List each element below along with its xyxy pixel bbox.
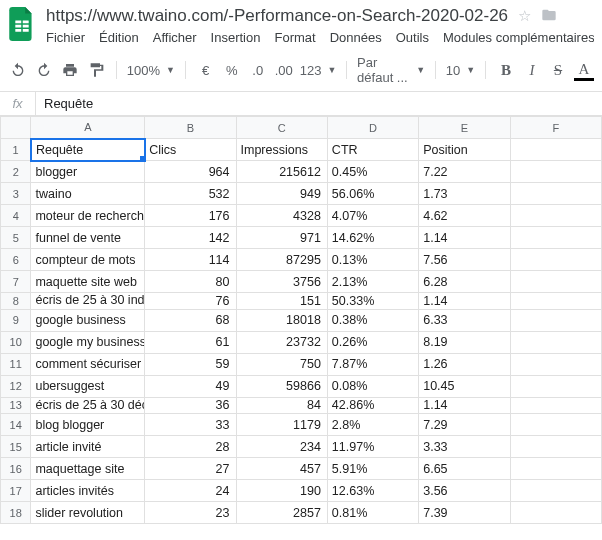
- cell[interactable]: 27: [145, 458, 236, 480]
- cell[interactable]: 6.28: [419, 271, 510, 293]
- cell[interactable]: 0.26%: [327, 331, 418, 353]
- doc-title[interactable]: https://www.twaino.com/-Performance-on-S…: [46, 6, 508, 26]
- cell[interactable]: 18018: [236, 309, 327, 331]
- format-percent[interactable]: %: [222, 59, 242, 81]
- cell[interactable]: 24: [145, 480, 236, 502]
- cell[interactable]: [510, 249, 601, 271]
- cell[interactable]: 151: [236, 293, 327, 310]
- cell[interactable]: 56.06%: [327, 183, 418, 205]
- formula-value[interactable]: Requête: [36, 96, 93, 111]
- cell[interactable]: 87295: [236, 249, 327, 271]
- cell[interactable]: 23732: [236, 331, 327, 353]
- row-header[interactable]: 16: [1, 458, 31, 480]
- cell[interactable]: [510, 458, 601, 480]
- cell[interactable]: Requête: [31, 139, 145, 161]
- cell[interactable]: slider revolution: [31, 502, 145, 524]
- cell[interactable]: maquettage site: [31, 458, 145, 480]
- cell[interactable]: maquette site web: [31, 271, 145, 293]
- cell[interactable]: 11.97%: [327, 436, 418, 458]
- cell[interactable]: 4328: [236, 205, 327, 227]
- cell[interactable]: 142: [145, 227, 236, 249]
- cell[interactable]: moteur de recherche: [31, 205, 145, 227]
- cell[interactable]: 532: [145, 183, 236, 205]
- menu-file[interactable]: Fichier: [46, 30, 85, 45]
- cell[interactable]: [510, 397, 601, 414]
- cell[interactable]: 50.33%: [327, 293, 418, 310]
- cell[interactable]: 76: [145, 293, 236, 310]
- row-header[interactable]: 1: [1, 139, 31, 161]
- cell[interactable]: 5.91%: [327, 458, 418, 480]
- cell[interactable]: 2857: [236, 502, 327, 524]
- cell[interactable]: 59866: [236, 375, 327, 397]
- cell[interactable]: 949: [236, 183, 327, 205]
- row-header[interactable]: 7: [1, 271, 31, 293]
- cell[interactable]: 2.8%: [327, 414, 418, 436]
- cell[interactable]: 1.14: [419, 227, 510, 249]
- cell[interactable]: 0.45%: [327, 161, 418, 183]
- cell[interactable]: 0.81%: [327, 502, 418, 524]
- increase-decimal[interactable]: .00: [274, 59, 294, 81]
- cell[interactable]: 68: [145, 309, 236, 331]
- cell[interactable]: 750: [236, 353, 327, 375]
- cell[interactable]: 84: [236, 397, 327, 414]
- cell[interactable]: 6.65: [419, 458, 510, 480]
- cell[interactable]: 1.26: [419, 353, 510, 375]
- menu-view[interactable]: Afficher: [153, 30, 197, 45]
- cell[interactable]: [510, 139, 601, 161]
- col-header-b[interactable]: B: [145, 117, 236, 139]
- cell[interactable]: [510, 480, 601, 502]
- cell[interactable]: 6.33: [419, 309, 510, 331]
- cell[interactable]: google business: [31, 309, 145, 331]
- cell[interactable]: 42.86%: [327, 397, 418, 414]
- italic-button[interactable]: I: [522, 59, 542, 81]
- cell[interactable]: 7.29: [419, 414, 510, 436]
- cell[interactable]: 4.62: [419, 205, 510, 227]
- cell[interactable]: 23: [145, 502, 236, 524]
- cell[interactable]: 8.19: [419, 331, 510, 353]
- fx-icon[interactable]: fx: [0, 92, 36, 115]
- cell[interactable]: 7.39: [419, 502, 510, 524]
- font-dropdown[interactable]: Par défaut ...▼: [357, 55, 425, 85]
- cell[interactable]: [510, 414, 601, 436]
- cell[interactable]: [510, 227, 601, 249]
- cell[interactable]: 215612: [236, 161, 327, 183]
- bold-button[interactable]: B: [496, 59, 516, 81]
- cell[interactable]: 1.14: [419, 293, 510, 310]
- star-icon[interactable]: ☆: [518, 7, 531, 25]
- cell[interactable]: google my business: [31, 331, 145, 353]
- cell[interactable]: 1.73: [419, 183, 510, 205]
- row-header[interactable]: 8: [1, 293, 31, 310]
- cell[interactable]: 4.07%: [327, 205, 418, 227]
- cell[interactable]: 49: [145, 375, 236, 397]
- cell[interactable]: Position: [419, 139, 510, 161]
- cell[interactable]: [510, 436, 601, 458]
- cell[interactable]: écris de 25 à 30 indique à un tour (dire…: [31, 293, 145, 310]
- zoom-dropdown[interactable]: 100%▼: [127, 63, 175, 78]
- row-header[interactable]: 4: [1, 205, 31, 227]
- cell[interactable]: [510, 293, 601, 310]
- row-header[interactable]: 2: [1, 161, 31, 183]
- cell[interactable]: 971: [236, 227, 327, 249]
- col-header-f[interactable]: F: [510, 117, 601, 139]
- row-header[interactable]: 17: [1, 480, 31, 502]
- col-header-a[interactable]: A: [31, 117, 145, 139]
- strike-button[interactable]: S: [548, 59, 568, 81]
- cell[interactable]: 0.13%: [327, 249, 418, 271]
- row-header[interactable]: 3: [1, 183, 31, 205]
- row-header[interactable]: 9: [1, 309, 31, 331]
- row-header[interactable]: 18: [1, 502, 31, 524]
- cell[interactable]: [510, 161, 601, 183]
- redo-icon[interactable]: [34, 59, 54, 81]
- menu-tools[interactable]: Outils: [396, 30, 429, 45]
- cell[interactable]: 0.08%: [327, 375, 418, 397]
- cell[interactable]: 3.56: [419, 480, 510, 502]
- cell[interactable]: 1.14: [419, 397, 510, 414]
- undo-icon[interactable]: [8, 59, 28, 81]
- row-header[interactable]: 10: [1, 331, 31, 353]
- cell[interactable]: 964: [145, 161, 236, 183]
- cell[interactable]: 2.13%: [327, 271, 418, 293]
- cell[interactable]: CTR: [327, 139, 418, 161]
- cell[interactable]: 33: [145, 414, 236, 436]
- cell[interactable]: Impressions: [236, 139, 327, 161]
- cell[interactable]: comment sécuriser: [31, 353, 145, 375]
